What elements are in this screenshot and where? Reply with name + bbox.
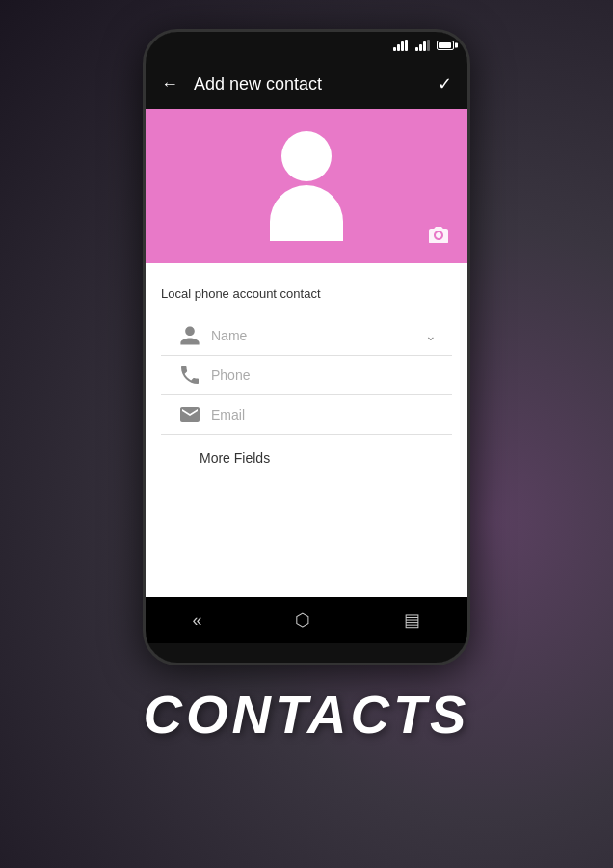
nav-back-button[interactable]: « (173, 603, 221, 638)
signal-bar-4 (405, 40, 408, 51)
network-icon (415, 40, 430, 51)
email-input[interactable] (203, 403, 437, 426)
net-bar-4 (427, 40, 430, 51)
name-input[interactable] (203, 324, 425, 347)
avatar-section (146, 109, 467, 263)
email-icon-svg (178, 403, 201, 426)
person-icon (176, 324, 203, 347)
signal-bar-1 (393, 47, 396, 51)
status-icons (393, 40, 454, 51)
signal-bar-3 (401, 41, 404, 51)
home-indicator (146, 643, 467, 663)
back-button[interactable]: ← (161, 70, 186, 98)
email-field-row (161, 395, 452, 435)
nav-bar: « ⬡ ▤ (146, 597, 467, 643)
camera-icon (428, 226, 449, 243)
net-bar-2 (419, 44, 422, 51)
avatar-person (270, 131, 343, 241)
page-title: Add new contact (194, 74, 438, 95)
status-bar (146, 32, 467, 59)
battery-icon (437, 41, 454, 50)
contacts-label: CONTACTS (144, 683, 470, 746)
phone-icon (176, 364, 203, 387)
account-label: Local phone account contact (146, 279, 467, 316)
net-bar-3 (423, 41, 426, 51)
name-dropdown-icon[interactable]: ⌄ (425, 328, 437, 343)
phone-input[interactable] (203, 364, 437, 387)
nav-recents-button[interactable]: ▤ (385, 602, 440, 638)
name-field-row: ⌄ (161, 316, 452, 356)
content-area: Local phone account contact ⌄ (146, 109, 467, 597)
form-area: Local phone account contact ⌄ (146, 263, 467, 597)
phone-field-row (161, 356, 452, 395)
net-bar-1 (415, 47, 418, 51)
camera-button[interactable] (423, 219, 454, 250)
more-fields-button[interactable]: More Fields (146, 435, 467, 474)
avatar-head (281, 131, 332, 181)
battery-fill (439, 42, 451, 48)
app-bar: ← Add new contact ✓ (146, 59, 467, 109)
nav-home-button[interactable]: ⬡ (276, 602, 330, 638)
signal-bar-2 (397, 44, 400, 51)
phone-device: ← Add new contact ✓ Local phone account … (143, 29, 470, 665)
email-icon (176, 403, 203, 426)
phone-icon-svg (178, 364, 201, 387)
person-icon-svg (178, 324, 201, 347)
avatar-body (270, 185, 343, 241)
confirm-button[interactable]: ✓ (438, 73, 452, 95)
signal-icon (393, 40, 408, 51)
